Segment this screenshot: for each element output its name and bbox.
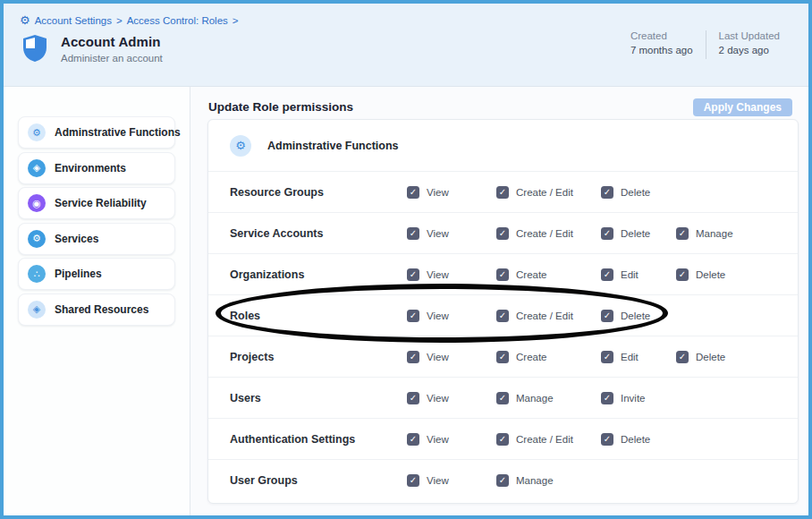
permission-checkbox[interactable]: ✓ Create / Edit <box>496 310 601 322</box>
checkbox-checked-icon[interactable]: ✓ <box>496 433 509 446</box>
checkbox-label: View <box>427 187 449 198</box>
checkbox-checked-icon[interactable]: ✓ <box>407 433 419 446</box>
checkbox-label: Create / Edit <box>516 228 573 239</box>
page-header: ⚙ Account Settings > Access Control: Rol… <box>4 4 808 87</box>
permission-checkbox[interactable]: ✓ Create / Edit <box>496 227 601 240</box>
permission-checkbox[interactable]: ✓ Delete <box>601 227 676 240</box>
services-icon: ⚙ <box>28 230 46 248</box>
permission-checkbox[interactable]: ✓ View <box>407 351 496 363</box>
checkbox-label: Manage <box>516 475 554 486</box>
permission-checkbox[interactable]: ✓ Delete <box>601 433 676 446</box>
sidebar-item-shared-resources[interactable]: ◈ Shared Resources <box>18 294 175 326</box>
permission-checkbox[interactable]: ✓ View <box>407 227 496 240</box>
checkbox-checked-icon[interactable]: ✓ <box>407 392 419 404</box>
permission-checkbox[interactable]: ✓ Manage <box>496 474 601 487</box>
checkbox-checked-icon[interactable]: ✓ <box>496 268 509 281</box>
environments-icon: ◈ <box>28 159 46 177</box>
checkbox-checked-icon[interactable]: ✓ <box>496 392 509 404</box>
checkbox-label: Create / Edit <box>516 434 573 445</box>
checkbox-checked-icon[interactable]: ✓ <box>601 268 613 281</box>
sidebar-item-pipelines[interactable]: ∴ Pipelines <box>18 258 175 290</box>
breadcrumb-account-settings[interactable]: Account Settings <box>35 15 112 26</box>
permission-row-label: Resource Groups <box>230 186 407 199</box>
checkbox-label: Create <box>516 269 547 280</box>
pipelines-icon: ∴ <box>28 265 46 283</box>
checkbox-checked-icon[interactable]: ✓ <box>601 310 613 322</box>
checkbox-checked-icon[interactable]: ✓ <box>407 227 419 240</box>
checkbox-checked-icon[interactable]: ✓ <box>676 351 689 363</box>
checkbox-checked-icon[interactable]: ✓ <box>496 351 509 363</box>
checkbox-label: Delete <box>621 311 650 321</box>
checkbox-checked-icon[interactable]: ✓ <box>407 186 419 199</box>
permission-checkbox[interactable]: ✓ Invite <box>601 392 676 404</box>
sidebar-item-environments[interactable]: ◈ Environments <box>18 152 175 184</box>
sidebar-nav: ⚙ Adminstrative Functions ◈ Environments… <box>4 87 190 515</box>
permission-checkbox[interactable]: ✓ Create <box>496 268 601 281</box>
checkbox-label: View <box>427 393 449 404</box>
checkbox-label: View <box>427 311 449 321</box>
permission-checkbox[interactable]: ✓ Delete <box>601 186 676 199</box>
permission-row-label: Projects <box>230 351 407 363</box>
permissions-card: ⚙ Adminstrative Functions Resource Group… <box>207 119 799 504</box>
permission-row-users: Users ✓ View ✓ Manage ✓ Invite <box>208 377 798 418</box>
permission-row-resource-groups: Resource Groups ✓ View ✓ Create / Edit ✓… <box>208 171 798 212</box>
sidebar-item-adminstrative-functions[interactable]: ⚙ Adminstrative Functions <box>18 116 175 149</box>
checkbox-label: Invite <box>621 393 646 404</box>
checkbox-checked-icon[interactable]: ✓ <box>407 268 419 281</box>
last-updated-meta: Last Updated 2 days ago <box>719 30 780 55</box>
permission-checkbox[interactable]: ✓ Edit <box>601 351 676 363</box>
breadcrumb-separator: > <box>233 15 239 26</box>
checkbox-checked-icon[interactable]: ✓ <box>496 474 509 487</box>
checkbox-checked-icon[interactable]: ✓ <box>601 433 613 446</box>
permission-checkbox[interactable]: ✓ Manage <box>496 392 601 404</box>
permission-checkbox[interactable]: ✓ Create / Edit <box>496 433 601 446</box>
checkbox-label: Edit <box>621 269 639 280</box>
permission-checkbox[interactable]: ✓ Delete <box>676 351 776 363</box>
main-panel: Update Role permissions Apply Changes ⚙ … <box>190 87 808 515</box>
last-updated-value: 2 days ago <box>719 45 780 55</box>
checkbox-checked-icon[interactable]: ✓ <box>407 474 419 487</box>
permission-checkbox[interactable]: ✓ View <box>407 186 496 199</box>
checkbox-checked-icon[interactable]: ✓ <box>496 310 509 322</box>
checkbox-label: Edit <box>621 352 639 362</box>
apply-changes-button[interactable]: Apply Changes <box>693 98 792 116</box>
breadcrumb-separator: > <box>116 15 123 26</box>
permission-checkbox[interactable]: ✓ Delete <box>676 268 776 281</box>
permission-row-projects: Projects ✓ View ✓ Create ✓ Edit ✓ Delete <box>208 336 798 377</box>
permission-row-user-groups: User Groups ✓ View ✓ Manage <box>208 459 798 500</box>
permission-checkbox[interactable]: ✓ Manage <box>676 227 776 240</box>
permission-checkbox[interactable]: ✓ Edit <box>601 268 676 281</box>
breadcrumb-access-control-roles[interactable]: Access Control: Roles <box>127 15 228 26</box>
permission-row-label: Service Accounts <box>230 227 407 240</box>
checkbox-checked-icon[interactable]: ✓ <box>601 392 613 404</box>
permission-checkbox[interactable]: ✓ Create / Edit <box>496 186 601 199</box>
checkbox-label: View <box>427 269 449 280</box>
permission-checkbox[interactable]: ✓ View <box>407 433 496 446</box>
checkbox-checked-icon[interactable]: ✓ <box>407 310 419 322</box>
checkbox-checked-icon[interactable]: ✓ <box>496 227 509 240</box>
permission-checkbox[interactable]: ✓ View <box>407 310 496 322</box>
checkbox-checked-icon[interactable]: ✓ <box>601 351 613 363</box>
permission-checkbox[interactable]: ✓ View <box>407 268 496 281</box>
created-label: Created <box>630 30 693 41</box>
checkbox-checked-icon[interactable]: ✓ <box>601 186 613 199</box>
checkbox-checked-icon[interactable]: ✓ <box>496 186 509 199</box>
permission-checkbox[interactable]: ✓ Delete <box>601 310 676 322</box>
title-row: Account Admin Administer an account Crea… <box>20 34 792 64</box>
main-title: Update Role permissions <box>208 100 353 114</box>
checkbox-checked-icon[interactable]: ✓ <box>601 227 613 240</box>
permission-row-organizations: Organizations ✓ View ✓ Create ✓ Edit ✓ D… <box>208 253 798 294</box>
sidebar-item-label: Pipelines <box>55 268 102 280</box>
checkbox-checked-icon[interactable]: ✓ <box>676 227 689 240</box>
checkbox-checked-icon[interactable]: ✓ <box>676 268 689 281</box>
permission-checkbox[interactable]: ✓ View <box>407 474 496 487</box>
content-area: ⚙ Adminstrative Functions ◈ Environments… <box>4 87 808 515</box>
checkbox-label: View <box>427 228 449 239</box>
shield-icon <box>21 34 48 63</box>
permission-row-label: Authentication Settings <box>230 433 407 446</box>
permission-checkbox[interactable]: ✓ Create <box>496 351 601 363</box>
checkbox-checked-icon[interactable]: ✓ <box>407 351 419 363</box>
permission-checkbox[interactable]: ✓ View <box>407 392 496 404</box>
sidebar-item-services[interactable]: ⚙ Services <box>18 223 175 255</box>
sidebar-item-service-reliability[interactable]: ◉ Service Reliability <box>18 187 175 219</box>
